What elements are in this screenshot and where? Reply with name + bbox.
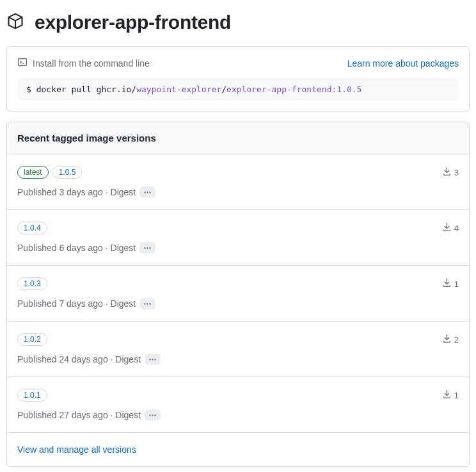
svg-point-10 xyxy=(149,359,150,360)
version-meta: Published 7 days ago · Digest xyxy=(17,298,459,309)
version-row-top: 1.0.31 xyxy=(17,277,459,290)
cmd-pkg[interactable]: explorer-app-frontend:1.0.5 xyxy=(226,85,361,94)
terminal-icon xyxy=(17,57,28,69)
svg-rect-0 xyxy=(19,59,27,66)
download-value: 2 xyxy=(454,335,459,345)
svg-point-15 xyxy=(154,414,155,416)
svg-point-8 xyxy=(147,303,148,304)
download-icon xyxy=(442,222,452,234)
version-tags: 1.0.1 xyxy=(17,389,47,402)
version-meta: Published 24 days ago · Digest xyxy=(17,354,459,365)
install-header: Install from the command line Learn more… xyxy=(17,57,459,69)
cmd-org[interactable]: waypoint-explorer xyxy=(136,85,221,94)
latest-tag[interactable]: latest xyxy=(17,166,49,179)
svg-point-3 xyxy=(150,191,151,193)
digest-expand-button[interactable] xyxy=(145,409,161,421)
version-tags: 1.0.2 xyxy=(17,333,47,346)
versions-box: Recent tagged image versions latest1.0.5… xyxy=(6,122,470,467)
svg-point-9 xyxy=(150,303,151,304)
published-text: Published 27 days ago · Digest xyxy=(17,410,141,420)
learn-more-link[interactable]: Learn more about packages xyxy=(347,58,459,69)
versions-list: latest1.0.53Published 3 days ago · Diges… xyxy=(7,154,469,433)
version-tags: latest1.0.5 xyxy=(17,166,82,179)
svg-point-1 xyxy=(145,191,146,193)
digest-expand-button[interactable] xyxy=(139,298,155,309)
version-tag[interactable]: 1.0.5 xyxy=(52,166,83,179)
svg-point-5 xyxy=(147,247,148,248)
cmd-slash: / xyxy=(221,85,226,94)
svg-point-2 xyxy=(147,191,148,193)
download-count: 2 xyxy=(442,334,459,345)
view-all-versions-link[interactable]: View and manage all versions xyxy=(7,433,469,466)
version-row-top: 1.0.11 xyxy=(17,389,459,402)
version-row-top: 1.0.22 xyxy=(17,333,459,346)
digest-expand-button[interactable] xyxy=(139,186,155,198)
install-box: Install from the command line Learn more… xyxy=(6,46,470,111)
cmd-prefix: docker pull ghcr.io/ xyxy=(36,85,137,94)
version-row-top: 1.0.44 xyxy=(17,222,459,234)
download-count: 3 xyxy=(442,167,459,178)
cmd-prompt: $ xyxy=(26,85,36,94)
download-icon xyxy=(442,334,452,345)
version-meta: Published 3 days ago · Digest xyxy=(17,186,459,198)
version-tag[interactable]: 1.0.4 xyxy=(17,222,47,234)
svg-point-14 xyxy=(152,414,153,416)
svg-point-6 xyxy=(150,247,151,248)
version-row: 1.0.11Published 27 days ago · Digest xyxy=(7,377,469,433)
version-tags: 1.0.4 xyxy=(17,222,47,234)
download-icon xyxy=(442,389,452,401)
version-meta: Published 27 days ago · Digest xyxy=(17,409,459,421)
published-text: Published 3 days ago · Digest xyxy=(17,187,136,197)
published-text: Published 24 days ago · Digest xyxy=(17,354,141,364)
version-row: 1.0.22Published 24 days ago · Digest xyxy=(7,321,469,377)
version-meta: Published 6 days ago · Digest xyxy=(17,242,459,254)
install-command[interactable]: $ docker pull ghcr.io/waypoint-explorer/… xyxy=(17,78,459,101)
version-row-top: latest1.0.53 xyxy=(17,166,459,179)
download-icon xyxy=(442,278,452,289)
svg-point-13 xyxy=(149,414,150,416)
version-tags: 1.0.3 xyxy=(17,277,47,290)
published-text: Published 7 days ago · Digest xyxy=(17,298,136,309)
svg-point-11 xyxy=(152,359,153,360)
digest-expand-button[interactable] xyxy=(139,242,155,254)
version-row: 1.0.44Published 6 days ago · Digest xyxy=(7,210,469,266)
download-count: 1 xyxy=(442,389,459,401)
version-row: 1.0.31Published 7 days ago · Digest xyxy=(7,266,469,321)
page-header: explorer-app-frontend xyxy=(6,6,470,46)
page-title: explorer-app-frontend xyxy=(35,12,231,33)
install-label: Install from the command line xyxy=(33,58,150,69)
download-count: 4 xyxy=(442,222,459,234)
version-row: latest1.0.53Published 3 days ago · Diges… xyxy=(7,154,469,210)
digest-expand-button[interactable] xyxy=(145,354,161,365)
version-tag[interactable]: 1.0.1 xyxy=(17,389,47,402)
svg-point-7 xyxy=(145,303,146,304)
download-value: 3 xyxy=(454,168,459,177)
version-tag[interactable]: 1.0.3 xyxy=(17,277,47,290)
download-value: 4 xyxy=(454,224,459,233)
container-icon xyxy=(6,12,24,33)
download-count: 1 xyxy=(442,278,459,289)
published-text: Published 6 days ago · Digest xyxy=(17,243,136,253)
svg-point-4 xyxy=(145,247,146,248)
version-tag[interactable]: 1.0.2 xyxy=(17,333,47,346)
svg-point-12 xyxy=(154,359,155,360)
download-icon xyxy=(442,167,452,178)
download-value: 1 xyxy=(454,279,459,289)
versions-heading: Recent tagged image versions xyxy=(7,122,469,154)
download-value: 1 xyxy=(454,391,459,400)
